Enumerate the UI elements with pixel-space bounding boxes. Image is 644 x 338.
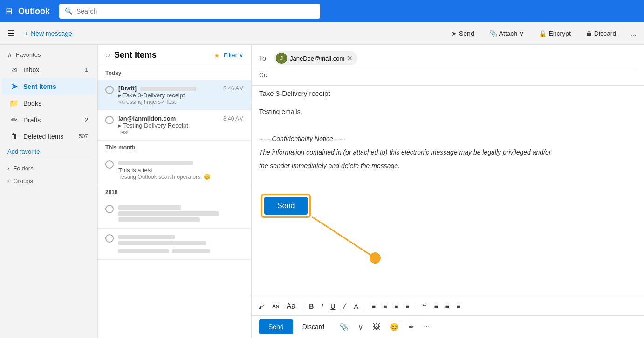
emoji-bottom-button[interactable]: 😊 bbox=[386, 321, 403, 333]
attach-chevron-icon: ∨ bbox=[519, 30, 524, 37]
books-icon: 📁 bbox=[9, 99, 19, 108]
align-right-button[interactable]: ≡ bbox=[443, 301, 452, 312]
email-item-ian[interactable]: ian@ianmildon.com 8:40 AM ▸ Testing Deli… bbox=[98, 110, 251, 141]
bottom-icons: 📎 ∨ 🖼 😊 ✒ ··· bbox=[336, 321, 433, 333]
attach-bottom-button[interactable]: 📎 bbox=[336, 321, 352, 333]
compose-header: To J JaneDoe@mail.com ✕ Cc bbox=[252, 45, 644, 86]
compose-body[interactable]: Testing emails. ----- Confidentiality No… bbox=[252, 101, 644, 297]
preview-redacted-5a bbox=[118, 249, 169, 253]
underline-button[interactable]: U bbox=[328, 301, 338, 312]
sidebar-folders-section[interactable]: › Folders bbox=[0, 162, 97, 175]
numbered-list-button[interactable]: ≡ bbox=[391, 301, 401, 312]
email-radio-4[interactable] bbox=[105, 205, 114, 213]
font-size-increase-button[interactable]: Aa bbox=[284, 300, 299, 312]
preview-redacted-5b bbox=[172, 249, 210, 253]
image-bottom-button[interactable]: 🖼 bbox=[369, 321, 384, 333]
bold-button[interactable]: B bbox=[306, 301, 316, 312]
email-sender-1-text: [Draft] bbox=[118, 85, 137, 92]
circle-check-icon[interactable]: ○ bbox=[105, 50, 110, 60]
action-bar-left: ☰ + New message bbox=[4, 27, 102, 41]
deleted-label: Deleted Items bbox=[23, 133, 63, 140]
sidebar-item-sent[interactable]: ➤ Sent Items bbox=[2, 78, 96, 95]
drafts-icon: ✏ bbox=[9, 115, 19, 124]
more-bottom-button[interactable]: ··· bbox=[420, 321, 433, 333]
hamburger-icon[interactable]: ☰ bbox=[4, 27, 19, 41]
format-paint-button[interactable]: 🖌 bbox=[255, 301, 267, 312]
to-label: To bbox=[259, 54, 270, 62]
new-message-label: New message bbox=[31, 30, 72, 37]
plus-icon: + bbox=[24, 30, 28, 37]
subject-redacted-4 bbox=[118, 211, 219, 216]
encrypt-button[interactable]: 🔒 Encrypt bbox=[535, 27, 574, 40]
email-item-this-month[interactable]: This is a test Testing Outlook search op… bbox=[98, 155, 251, 185]
filter-button[interactable]: Filter ∨ bbox=[224, 52, 244, 59]
more-button-actionbar[interactable]: ... bbox=[627, 27, 640, 40]
body-line-1: Testing emails. bbox=[259, 107, 637, 117]
sidebar-item-drafts[interactable]: ✏ Drafts 2 bbox=[2, 112, 96, 128]
toolbar-divider-2 bbox=[365, 302, 365, 311]
sidebar-groups-section[interactable]: › Groups bbox=[0, 175, 97, 187]
align-left-button[interactable]: ≡ bbox=[369, 301, 378, 312]
preview-redacted-row-5 bbox=[118, 247, 244, 255]
email-list-header: ○ Sent Items ★ Filter ∨ bbox=[98, 45, 251, 66]
folders-chevron-icon: › bbox=[7, 165, 9, 172]
email-subject-2: ▸ Testing Delivery Receipt bbox=[118, 122, 244, 129]
strikethrough-button[interactable]: ╱ bbox=[340, 301, 349, 312]
app-logo: Outlook bbox=[18, 7, 50, 16]
email-item-draft[interactable]: [Draft] 8:46 AM ▸ Take 3-Delivery receip… bbox=[98, 80, 251, 110]
action-bar-right: ➤ Send 📎 Attach ∨ 🔒 Encrypt 🗑 Discard ..… bbox=[103, 27, 640, 40]
drafts-badge: 2 bbox=[85, 117, 88, 123]
indent-increase-button[interactable]: ≡ bbox=[403, 301, 412, 312]
search-bar[interactable]: 🔍 bbox=[59, 4, 320, 19]
subject-text: Take 3-Delivery receipt bbox=[259, 89, 330, 97]
attach-chevron-bottom-button[interactable]: ∨ bbox=[354, 321, 367, 333]
sidebar-divider bbox=[4, 160, 94, 160]
email-item-2018-2[interactable] bbox=[98, 229, 251, 260]
email-time-2: 8:40 AM bbox=[223, 115, 244, 122]
inbox-icon: ✉ bbox=[9, 65, 19, 74]
justify-button[interactable]: ≡ bbox=[454, 301, 463, 312]
sidebar-item-deleted[interactable]: 🗑 Deleted Items 507 bbox=[2, 128, 96, 144]
email-radio-1[interactable] bbox=[105, 86, 114, 94]
signature-bottom-button[interactable]: ✒ bbox=[404, 321, 418, 333]
more-dots-label: ... bbox=[631, 30, 637, 37]
sidebar-favorites-section[interactable]: ∧ Favorites bbox=[0, 48, 97, 61]
email-item-2018-1[interactable] bbox=[98, 199, 251, 229]
attach-button[interactable]: 📎 Attach ∨ bbox=[486, 27, 528, 40]
sidebar-item-books[interactable]: 📁 Books bbox=[2, 95, 96, 111]
send-button-actionbar[interactable]: ➤ Send bbox=[448, 27, 478, 40]
recipient-email: JaneDoe@mail.com bbox=[290, 55, 344, 62]
recipient-chip[interactable]: J JaneDoe@mail.com ✕ bbox=[274, 51, 357, 65]
send-button-bottom[interactable]: Send bbox=[259, 319, 293, 334]
search-input[interactable] bbox=[76, 7, 315, 15]
bullet-list-button[interactable]: ≡ bbox=[380, 301, 390, 312]
topbar: ⊞ Outlook 🔍 bbox=[0, 0, 644, 22]
align-center-button[interactable]: ≡ bbox=[431, 301, 440, 312]
chevron-down-icon: ∧ bbox=[7, 51, 12, 58]
email-sender-2: ian@ianmildon.com bbox=[118, 115, 176, 122]
sender-redacted-3 bbox=[118, 161, 193, 165]
discard-button-actionbar[interactable]: 🗑 Discard bbox=[582, 27, 620, 40]
sender-redacted-5 bbox=[118, 235, 175, 239]
add-favorite-link[interactable]: Add favorite bbox=[7, 148, 40, 155]
body-line-3: ----- Confidentiality Notice ----- bbox=[259, 134, 637, 144]
email-radio-5[interactable] bbox=[105, 234, 114, 243]
new-message-button[interactable]: + New message bbox=[21, 27, 76, 40]
lock-icon: 🔒 bbox=[539, 30, 547, 37]
deleted-icon: 🗑 bbox=[9, 132, 19, 141]
email-content-2: ian@ianmildon.com 8:40 AM ▸ Testing Deli… bbox=[118, 115, 244, 135]
email-radio-3[interactable] bbox=[105, 160, 114, 169]
recipient-close-button[interactable]: ✕ bbox=[347, 54, 353, 62]
email-radio-2[interactable] bbox=[105, 116, 114, 124]
star-icon[interactable]: ★ bbox=[214, 52, 220, 59]
font-color-button[interactable]: A bbox=[351, 301, 361, 312]
font-size-decrease-button[interactable]: Aa bbox=[269, 301, 282, 311]
sent-label: Sent Items bbox=[23, 83, 56, 90]
discard-button-bottom[interactable]: Discard bbox=[297, 319, 330, 334]
quote-button[interactable]: ❝ bbox=[420, 301, 429, 312]
sidebar-item-inbox[interactable]: ✉ Inbox 1 bbox=[2, 61, 96, 78]
drafts-label: Drafts bbox=[23, 116, 41, 124]
subject-row: Take 3-Delivery receipt bbox=[252, 86, 644, 101]
italic-button[interactable]: I bbox=[318, 301, 326, 312]
grid-icon[interactable]: ⊞ bbox=[6, 6, 13, 16]
